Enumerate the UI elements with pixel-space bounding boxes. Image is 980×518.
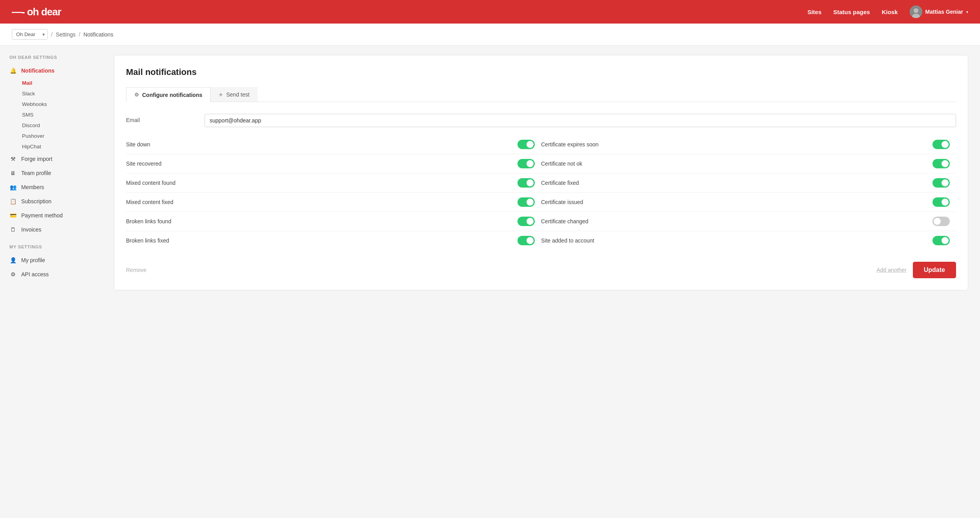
email-row: Email: [126, 114, 956, 127]
notification-right-col: Certificate expires soon Certificate not…: [541, 135, 956, 250]
toggle-slider: [517, 217, 535, 226]
team-icon: 🖥: [9, 170, 16, 177]
notification-label: Certificate not ok: [541, 161, 582, 167]
logo-dash: —-: [12, 6, 25, 18]
tabs: ⚙ Configure notifications ✈ Send test: [126, 87, 956, 102]
profile-icon: 👤: [9, 257, 16, 264]
svg-point-1: [914, 8, 918, 13]
notification-toggle[interactable]: [932, 236, 950, 245]
configure-icon: ⚙: [134, 92, 139, 98]
main-content: Mail notifications ⚙ Configure notificat…: [102, 46, 980, 518]
payment-icon: 💳: [9, 212, 16, 219]
members-icon: 👥: [9, 184, 16, 191]
notification-row: Broken links found: [126, 212, 541, 231]
sidebar-section-oh-dear: OH DEAR SETTINGS: [0, 55, 102, 64]
sidebar-team-profile-label: Team profile: [21, 170, 51, 176]
notification-toggle[interactable]: [517, 140, 535, 149]
sidebar-item-team-profile[interactable]: 🖥 Team profile: [0, 166, 102, 180]
sidebar-sub-discord[interactable]: Discord: [22, 120, 102, 131]
notification-row: Certificate not ok: [541, 154, 956, 173]
top-nav: —- oh dear Sites Status pages Kiosk Matt…: [0, 0, 980, 24]
sidebar-item-api-access[interactable]: ⚙ API access: [0, 267, 102, 281]
notification-row: Broken links fixed: [126, 231, 541, 250]
toggle-slider: [517, 178, 535, 188]
notification-toggle[interactable]: [517, 236, 535, 245]
notification-left-col: Site down Site recovered Mixed content f…: [126, 135, 541, 250]
user-avatar: [910, 5, 922, 18]
subscription-icon: 📋: [9, 198, 16, 205]
toggle-slider: [932, 140, 950, 149]
tab-configure[interactable]: ⚙ Configure notifications: [126, 87, 210, 102]
notification-label: Broken links fixed: [126, 237, 169, 244]
logo: —- oh dear: [12, 6, 61, 18]
sidebar-api-access-label: API access: [21, 271, 49, 277]
sidebar-sub-slack[interactable]: Slack: [22, 88, 102, 99]
email-field-wrapper: [205, 114, 956, 127]
user-menu[interactable]: Mattias Geniar ▾: [910, 5, 968, 18]
notification-toggle[interactable]: [517, 217, 535, 226]
email-input[interactable]: [205, 114, 956, 127]
sidebar-item-invoices[interactable]: 🗒 Invoices: [0, 223, 102, 237]
team-select[interactable]: Oh Dear: [12, 29, 48, 40]
notification-toggle[interactable]: [517, 178, 535, 188]
sidebar-item-forge-import[interactable]: ⚒ Forge import: [0, 152, 102, 166]
sidebar-subscription-label: Subscription: [21, 198, 51, 204]
action-buttons: Add another Update: [876, 262, 956, 278]
notification-toggle[interactable]: [517, 159, 535, 168]
sidebar-forge-label: Forge import: [21, 156, 52, 162]
nav-kiosk[interactable]: Kiosk: [882, 9, 898, 15]
notification-row: Certificate fixed: [541, 173, 956, 193]
api-icon: ⚙: [9, 271, 16, 278]
tab-send-test[interactable]: ✈ Send test: [210, 87, 258, 102]
invoices-icon: 🗒: [9, 226, 16, 233]
sidebar-sub-notifications: Mail Slack Webhooks SMS Discord Pushover…: [0, 78, 102, 152]
notification-row: Site down: [126, 135, 541, 154]
notification-toggle[interactable]: [932, 159, 950, 168]
sidebar: OH DEAR SETTINGS 🔔 Notifications Mail Sl…: [0, 46, 102, 518]
action-row: Remove Add another Update: [126, 262, 956, 278]
sidebar-item-payment[interactable]: 💳 Payment method: [0, 208, 102, 223]
send-icon: ✈: [219, 92, 223, 98]
toggle-slider: [932, 159, 950, 168]
notification-grid: Site down Site recovered Mixed content f…: [126, 135, 956, 250]
toggle-slider: [517, 236, 535, 245]
page-title: Mail notifications: [126, 67, 956, 77]
breadcrumb-current: Notifications: [83, 31, 113, 38]
add-another-link[interactable]: Add another: [876, 267, 906, 273]
notification-toggle[interactable]: [517, 197, 535, 207]
toggle-slider: [932, 178, 950, 188]
toggle-slider: [517, 197, 535, 207]
bell-icon: 🔔: [9, 67, 16, 74]
notification-row: Mixed content fixed: [126, 193, 541, 212]
toggle-slider: [517, 159, 535, 168]
sidebar-item-my-profile[interactable]: 👤 My profile: [0, 253, 102, 267]
user-name: Mattias Geniar: [925, 9, 963, 15]
notification-row: Certificate issued: [541, 193, 956, 212]
notification-label: Certificate changed: [541, 218, 589, 224]
sidebar-payment-label: Payment method: [21, 212, 63, 219]
update-button[interactable]: Update: [913, 262, 956, 278]
notification-toggle[interactable]: [932, 140, 950, 149]
notification-toggle[interactable]: [932, 197, 950, 207]
sidebar-item-notifications[interactable]: 🔔 Notifications: [0, 64, 102, 78]
sidebar-sub-sms[interactable]: SMS: [22, 109, 102, 120]
team-select-wrapper[interactable]: Oh Dear: [12, 29, 48, 40]
email-label: Email: [126, 114, 205, 123]
sidebar-item-subscription[interactable]: 📋 Subscription: [0, 194, 102, 208]
sidebar-sub-webhooks[interactable]: Webhooks: [22, 99, 102, 109]
sidebar-sub-hipchat[interactable]: HipChat: [22, 141, 102, 152]
remove-link[interactable]: Remove: [126, 267, 146, 273]
nav-right: Sites Status pages Kiosk Mattias Geniar …: [807, 5, 968, 18]
sidebar-invoices-label: Invoices: [21, 226, 41, 233]
mail-notifications-card: Mail notifications ⚙ Configure notificat…: [114, 55, 968, 290]
sidebar-sub-pushover[interactable]: Pushover: [22, 131, 102, 141]
sidebar-notifications-label: Notifications: [21, 67, 55, 74]
main-layout: OH DEAR SETTINGS 🔔 Notifications Mail Sl…: [0, 46, 980, 518]
breadcrumb: Oh Dear / Settings / Notifications: [0, 24, 980, 46]
notification-toggle[interactable]: [932, 217, 950, 226]
notification-toggle[interactable]: [932, 178, 950, 188]
sidebar-item-members[interactable]: 👥 Members: [0, 180, 102, 194]
sidebar-sub-mail[interactable]: Mail: [22, 78, 102, 88]
nav-sites[interactable]: Sites: [807, 9, 821, 15]
nav-status-pages[interactable]: Status pages: [833, 9, 870, 15]
